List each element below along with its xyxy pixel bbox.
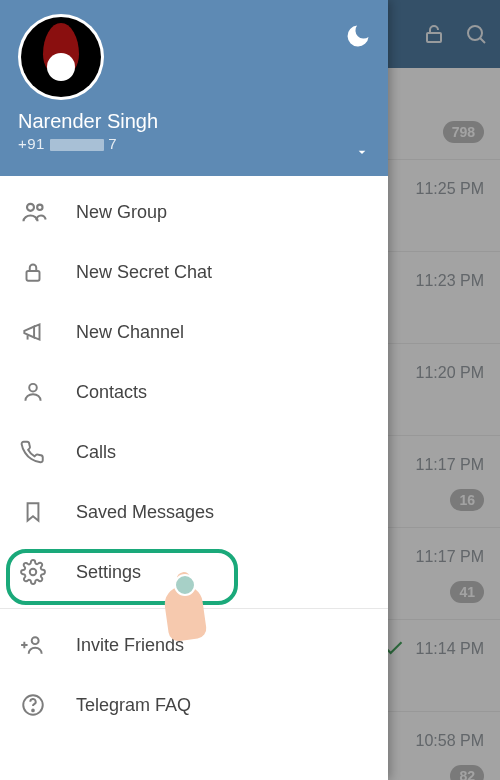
drawer-menu: New Group New Secret Chat New Channel Co… (0, 176, 388, 780)
menu-telegram-faq[interactable]: Telegram FAQ (0, 675, 388, 735)
svg-point-3 (27, 204, 34, 211)
svg-point-6 (29, 384, 37, 392)
user-phone: +91 7 (18, 135, 372, 152)
menu-divider (0, 608, 388, 609)
menu-label: New Group (76, 202, 167, 223)
chevron-down-icon[interactable] (354, 144, 370, 160)
menu-label: Calls (76, 442, 116, 463)
megaphone-icon (20, 319, 76, 345)
group-icon (20, 198, 76, 226)
user-name: Narender Singh (18, 110, 372, 133)
phone-redacted (50, 139, 104, 151)
menu-label: Contacts (76, 382, 147, 403)
menu-saved-messages[interactable]: Saved Messages (0, 482, 388, 542)
lock-icon (20, 259, 76, 285)
phone-icon (20, 439, 76, 465)
svg-point-8 (32, 637, 39, 644)
menu-contacts[interactable]: Contacts (0, 362, 388, 422)
menu-new-group[interactable]: New Group (0, 182, 388, 242)
phone-suffix: 7 (108, 135, 117, 152)
phone-prefix: +91 (18, 135, 50, 152)
menu-new-channel[interactable]: New Channel (0, 302, 388, 362)
avatar[interactable] (18, 14, 104, 100)
menu-settings[interactable]: Settings (0, 542, 388, 602)
svg-rect-5 (27, 271, 40, 281)
bookmark-icon (20, 499, 76, 525)
menu-label: Settings (76, 562, 141, 583)
svg-point-4 (37, 205, 42, 210)
menu-label: New Secret Chat (76, 262, 212, 283)
menu-label: New Channel (76, 322, 184, 343)
gear-icon (20, 559, 76, 585)
navigation-drawer: Narender Singh +91 7 New Group New Secre… (0, 0, 388, 780)
moon-icon[interactable] (344, 22, 372, 50)
svg-point-7 (30, 569, 37, 576)
person-add-icon (20, 632, 76, 658)
menu-invite-friends[interactable]: Invite Friends (0, 615, 388, 675)
menu-label: Invite Friends (76, 635, 184, 656)
menu-label: Telegram FAQ (76, 695, 191, 716)
person-icon (20, 379, 76, 405)
menu-label: Saved Messages (76, 502, 214, 523)
menu-new-secret-chat[interactable]: New Secret Chat (0, 242, 388, 302)
svg-point-12 (32, 710, 34, 712)
help-icon (20, 692, 76, 718)
menu-calls[interactable]: Calls (0, 422, 388, 482)
drawer-header: Narender Singh +91 7 (0, 0, 388, 176)
